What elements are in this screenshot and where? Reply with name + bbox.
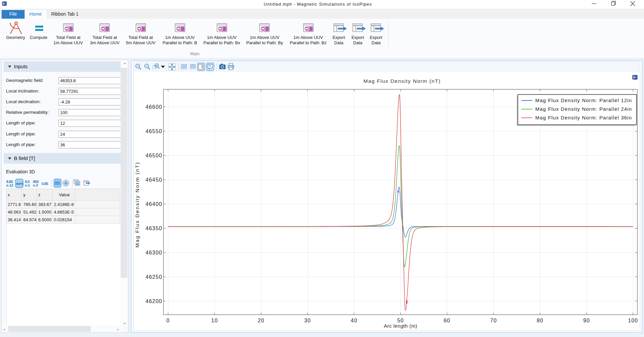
svg-text:46550: 46550	[146, 128, 162, 134]
svg-text:50: 50	[397, 318, 404, 323]
svg-text:46350: 46350	[146, 226, 162, 231]
svg-text:20: 20	[258, 318, 264, 323]
svg-text:60: 60	[444, 318, 451, 323]
svg-text:Arc length (m): Arc length (m)	[384, 323, 418, 329]
svg-text:90: 90	[583, 318, 590, 323]
svg-text:e-1: e-1	[25, 183, 30, 187]
svg-text:10: 10	[211, 318, 218, 323]
svg-text:Mag Flux Density Norm: Paralle: Mag Flux Density Norm: Parallel 36in	[535, 115, 632, 120]
svg-text:46300: 46300	[146, 250, 162, 255]
svg-text:80: 80	[537, 318, 543, 323]
svg-text:40: 40	[351, 318, 357, 323]
svg-text:e-3: e-3	[33, 183, 38, 187]
svg-text:46600: 46600	[146, 104, 162, 110]
svg-text:Mag Flux Density Norm (nT): Mag Flux Density Norm (nT)	[363, 78, 441, 84]
svg-text:46200: 46200	[146, 298, 162, 304]
svg-text:Mag Flux Density Norm: Paralle: Mag Flux Density Norm: Parallel 24in	[535, 106, 632, 112]
svg-text:46400: 46400	[146, 201, 162, 207]
svg-text:Mag Flux Density Norm (nT): Mag Flux Density Norm (nT)	[134, 162, 140, 248]
svg-text:0.85: 0.85	[42, 182, 48, 186]
svg-text:70: 70	[490, 318, 497, 323]
svg-text:46450: 46450	[146, 177, 162, 183]
svg-text:e-12: e-12	[6, 183, 13, 187]
svg-text:30: 30	[304, 318, 311, 323]
svg-text:0: 0	[166, 318, 170, 323]
svg-text:100: 100	[628, 318, 638, 323]
svg-text:46500: 46500	[146, 153, 162, 158]
svg-text:Mag Flux Density Norm: Paralle: Mag Flux Density Norm: Parallel 12in	[535, 97, 632, 103]
svg-text:AUTO: AUTO	[16, 182, 23, 185]
svg-text:46250: 46250	[146, 274, 162, 280]
